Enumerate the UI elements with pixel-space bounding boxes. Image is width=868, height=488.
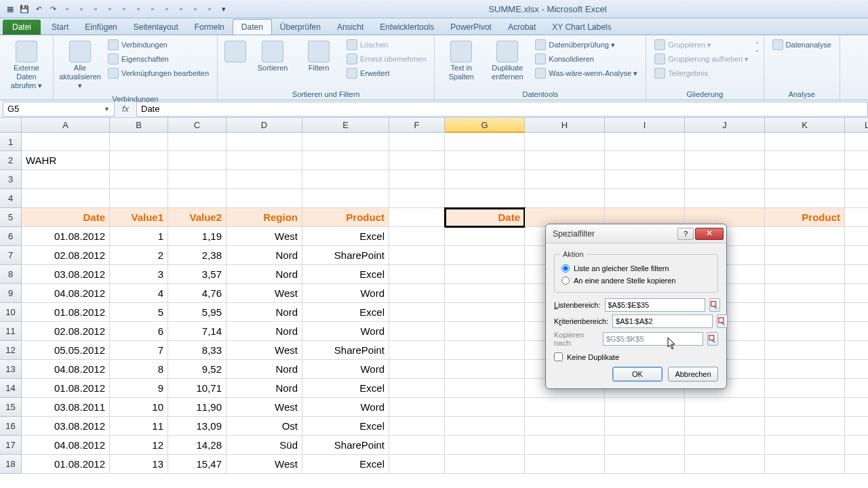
cell[interactable] (765, 398, 845, 417)
cell[interactable] (765, 151, 845, 170)
cell[interactable] (445, 133, 525, 151)
cell[interactable]: SharePoint (302, 341, 389, 360)
cell[interactable] (765, 436, 845, 455)
qat-icon[interactable]: ▫ (146, 3, 159, 15)
tab-start[interactable]: Start (43, 20, 77, 35)
tab-xychartlabels[interactable]: XY Chart Labels (544, 20, 619, 35)
cell[interactable] (765, 360, 845, 379)
cell[interactable] (445, 455, 525, 474)
sort-az-button[interactable] (223, 38, 248, 66)
tab-seitenlayout[interactable]: Seitenlayout (125, 20, 186, 35)
cell[interactable]: 02.08.2012 (22, 246, 110, 265)
cell[interactable] (765, 284, 845, 303)
cell[interactable]: 01.08.2012 (22, 379, 110, 398)
tab-daten[interactable]: Daten (233, 19, 272, 35)
cell[interactable] (845, 265, 868, 284)
cell[interactable] (605, 133, 685, 151)
cell[interactable] (525, 436, 605, 455)
cell[interactable] (765, 170, 845, 189)
cell[interactable] (845, 246, 868, 265)
cell[interactable] (445, 151, 525, 170)
qat-icon[interactable]: ▫ (203, 3, 216, 15)
cell[interactable] (445, 170, 525, 189)
cell[interactable]: 8,33 (168, 341, 226, 360)
row-header[interactable]: 1 (0, 133, 22, 151)
cell[interactable] (226, 151, 302, 170)
cell[interactable] (389, 189, 445, 208)
qat-more-icon[interactable]: ▾ (218, 3, 230, 15)
cell[interactable] (845, 151, 868, 170)
cell[interactable] (605, 151, 685, 170)
row-header[interactable]: 18 (0, 455, 22, 474)
cell[interactable] (525, 151, 605, 170)
properties-button[interactable]: Eigenschaften (105, 52, 212, 66)
cell[interactable]: Nord (226, 322, 302, 341)
cell[interactable] (445, 322, 525, 341)
tab-ansicht[interactable]: Ansicht (329, 20, 372, 35)
cell[interactable] (845, 227, 868, 246)
qat-icon[interactable]: ▫ (161, 3, 173, 15)
cell[interactable]: 9,52 (168, 360, 226, 379)
cell[interactable] (605, 417, 685, 436)
cell[interactable] (525, 170, 605, 189)
advanced-filter-button[interactable]: Erweitert (344, 66, 429, 80)
cell[interactable] (845, 360, 868, 379)
cell[interactable] (389, 417, 445, 436)
criteria-range-input[interactable] (612, 314, 713, 328)
clear-filter-button[interactable]: Löschen (344, 38, 429, 52)
cell[interactable] (845, 417, 868, 436)
cell[interactable]: SharePoint (302, 436, 389, 455)
cell[interactable] (302, 133, 389, 151)
cell[interactable] (605, 455, 685, 474)
cell[interactable]: Word (302, 322, 389, 341)
cell[interactable] (226, 189, 302, 208)
row-header[interactable]: 5 (0, 208, 22, 227)
cell[interactable]: West (226, 284, 302, 303)
cell[interactable] (845, 455, 868, 474)
cell[interactable] (226, 170, 302, 189)
cell[interactable] (445, 417, 525, 436)
cell[interactable]: 12 (110, 436, 168, 455)
row-header[interactable]: 17 (0, 436, 22, 455)
qat-icon[interactable]: ▫ (132, 3, 144, 15)
cell[interactable] (389, 360, 445, 379)
cell[interactable] (605, 189, 685, 208)
column-header-I[interactable]: I (605, 118, 685, 133)
filter-button[interactable]: Filtern (298, 38, 340, 75)
cell[interactable] (22, 170, 110, 189)
cell[interactable] (845, 170, 868, 189)
cell[interactable] (389, 208, 445, 227)
cell[interactable] (845, 379, 868, 398)
cell[interactable] (845, 284, 868, 303)
cell[interactable]: 13,09 (168, 417, 226, 436)
cell[interactable]: 7 (110, 341, 168, 360)
cell[interactable] (445, 379, 525, 398)
qat-icon[interactable]: ▫ (61, 3, 73, 15)
expand-icon[interactable]: ▪ (755, 39, 757, 46)
cell[interactable] (22, 133, 110, 151)
cell[interactable] (765, 322, 845, 341)
cell[interactable]: Value2 (168, 208, 226, 227)
file-tab[interactable]: Datei (3, 20, 41, 35)
cell[interactable] (525, 417, 605, 436)
column-header-J[interactable]: J (685, 118, 765, 133)
cell[interactable] (685, 417, 765, 436)
column-header-A[interactable]: A (22, 118, 110, 133)
cell[interactable]: 01.08.2012 (22, 303, 110, 322)
cell[interactable]: Word (302, 398, 389, 417)
column-header-K[interactable]: K (765, 118, 845, 133)
qat-icon[interactable]: ▫ (75, 3, 87, 15)
cell[interactable] (445, 284, 525, 303)
cell[interactable]: 8 (110, 360, 168, 379)
cell[interactable]: 04.08.2012 (22, 284, 110, 303)
cell[interactable]: Date (445, 208, 525, 227)
cell[interactable] (389, 398, 445, 417)
cell[interactable]: 02.08.2012 (22, 322, 110, 341)
row-header[interactable]: 16 (0, 417, 22, 436)
no-duplicates-row[interactable]: Keine Duplikate (554, 350, 718, 367)
cell[interactable] (168, 133, 226, 151)
cell[interactable] (110, 189, 168, 208)
cell[interactable]: 03.08.2011 (22, 398, 110, 417)
cell[interactable] (445, 303, 525, 322)
save-icon[interactable]: 💾 (18, 3, 31, 15)
